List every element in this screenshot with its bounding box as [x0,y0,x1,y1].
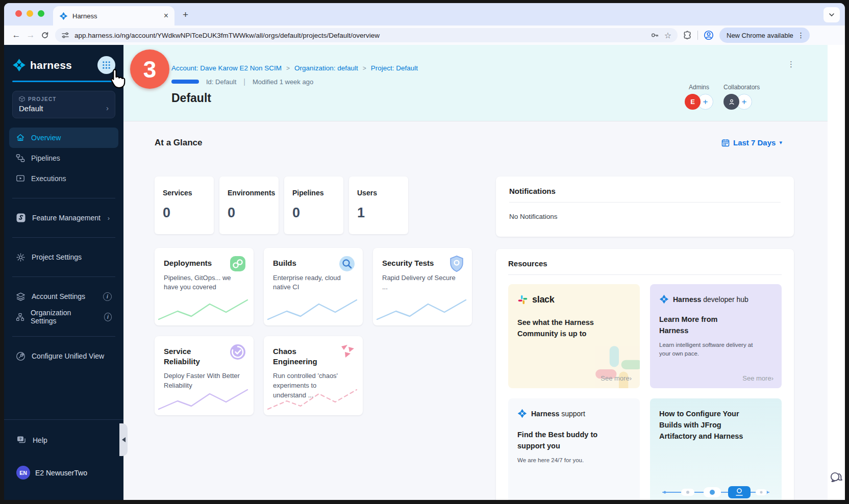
reload-icon [41,31,49,39]
module-card-chaos-engineering[interactable]: Chaos Engineering Run controlled 'chaos'… [264,336,363,415]
sidebar-item-organization-settings[interactable]: Organization Settings i [4,307,123,327]
org-settings-icon [16,312,24,322]
project-name: Default [19,104,109,113]
stat-card-users[interactable]: Users 1 [349,177,408,234]
tab-close-icon[interactable]: × [164,12,168,20]
info-icon[interactable]: i [104,313,112,321]
harness-logo-icon [12,58,26,72]
stat-label: Environments [228,189,270,197]
sidebar-item-configure-unified-view[interactable]: Configure Unified View [4,346,123,366]
builds-icon [338,255,356,274]
site-info-icon[interactable] [61,31,69,39]
service-reliability-icon [229,343,246,363]
modified-timestamp: Modified 1 week ago [253,78,313,86]
resource-subtext: We are here 24/7 for you. [517,456,614,465]
stat-card-services[interactable]: Services 0 [155,177,214,234]
stat-card-pipelines[interactable]: Pipelines 0 [284,177,343,234]
sidebar-item-label: Executions [31,174,66,183]
see-more-link[interactable]: See more› [742,374,773,382]
stat-card-environments[interactable]: Environments 0 [219,177,279,234]
admins-group: Admins E + [685,84,713,110]
module-card-service-reliability[interactable]: Service Reliability Deploy Faster With B… [155,336,254,415]
password-key-icon[interactable] [650,31,659,40]
slack-brand-name: slack [532,294,555,305]
admin-avatar[interactable]: E [685,94,701,110]
breadcrumb: Account: Dave Karow E2 Non SCIM > Organi… [171,64,828,72]
slack-icon [517,294,528,305]
trend-sparkline [373,294,472,323]
new-tab-button[interactable]: + [183,9,188,20]
chevron-right-icon: › [108,214,110,222]
sidebar-item-project-settings[interactable]: Project Settings [4,247,123,267]
stat-label: Users [357,189,400,197]
cursor-pointer-icon [105,66,129,90]
wrench-icon [16,351,26,361]
info-icon[interactable]: i [103,292,112,301]
back-button[interactable]: ← [9,30,23,40]
sidebar-item-label: Organization Settings [31,309,92,325]
cube-icon [19,96,25,102]
maximize-window-button[interactable] [38,10,44,17]
resource-tile-slack[interactable]: slack See what the Harness Community is … [508,284,640,388]
reload-button[interactable] [38,31,52,39]
module-card-builds[interactable]: Builds Enterprise ready, cloud native CI [264,248,363,325]
resource-tile-support[interactable]: Harness support Find the Best buddy to s… [508,398,640,500]
url-text[interactable]: app.harness.io/ng/account/YWdkwNPiTceDUK… [74,32,645,39]
executions-icon [16,174,25,183]
collaborator-avatar[interactable] [723,94,739,110]
module-card-security-tests[interactable]: Security Tests Rapid Delivery of Secure … [373,248,472,325]
close-window-button[interactable] [15,10,22,17]
url-bar[interactable]: app.harness.io/ng/account/YWdkwNPiTceDUK… [55,28,678,42]
feature-management-icon [16,213,26,223]
sidebar-item-label: Help [33,436,47,444]
harness-logo-icon [659,294,669,304]
sidebar-item-label: Overview [31,134,61,142]
sidebar-footer: ? Help EN E2 NewuserTwo [4,419,123,500]
date-range-picker[interactable]: Last 7 Days ▾ [721,138,782,147]
sidebar-item-label: Configure Unified View [32,352,104,360]
user-menu[interactable]: EN E2 NewuserTwo [16,466,111,480]
resources-panel: Resources slack See what the Harness Com… [496,249,794,500]
sidebar-item-pipelines[interactable]: Pipelines [9,148,118,168]
sidebar-item-executions[interactable]: Executions [9,168,118,189]
sidebar-item-feature-management[interactable]: Feature Management › [4,208,123,228]
brand-rest: developer hub [703,295,748,304]
breadcrumb-account[interactable]: Account: Dave Karow E2 Non SCIM [171,64,282,72]
traffic-lights[interactable] [15,10,44,17]
breadcrumb-separator-icon: > [286,65,290,72]
pipeline-illustration [661,482,771,499]
tab-title: Harness [72,12,159,20]
divider: | [243,78,245,86]
see-more-link[interactable]: See more› [601,374,632,382]
help-chat-widget[interactable] [829,471,843,487]
sidebar-item-account-settings[interactable]: Account Settings i [4,286,123,307]
resource-tile-developer-hub[interactable]: Harness developer hub Learn More from Ha… [650,284,782,388]
resource-heading: How to Configure Your Builds with JFrog … [659,409,756,442]
extensions-icon[interactable] [683,31,692,40]
stat-value: 0 [163,205,206,221]
user-name: E2 NewuserTwo [35,469,87,477]
notifications-panel: Notifications No Notifications [496,177,794,237]
browser-menu-icon[interactable]: ⋮ [797,31,805,39]
profile-icon[interactable] [703,30,714,41]
notifications-title: Notifications [509,187,781,203]
resource-tile-jfrog[interactable]: How to Configure Your Builds with JFrog … [650,398,782,500]
collapse-arrow-icon [122,437,126,442]
header-menu-icon[interactable]: ⋮ [787,60,795,68]
browser-tab[interactable]: Harness × [53,6,174,26]
divider [12,198,115,198]
trend-sparkline [155,294,254,323]
sidebar-item-overview[interactable]: Overview [9,128,118,148]
module-card-deployments[interactable]: Deployments Pipelines, GitOps... we have… [155,248,254,325]
minimize-window-button[interactable] [27,10,33,17]
page-header: Account: Dave Karow E2 Non SCIM > Organi… [123,45,828,121]
tab-search-button[interactable] [823,7,840,22]
sidebar-item-help[interactable]: ? Help [16,430,111,450]
breadcrumb-organization[interactable]: Organization: default [294,64,358,72]
chrome-update-pill[interactable]: New Chrome available ⋮ [719,28,810,43]
bookmark-star-icon[interactable]: ☆ [664,31,671,40]
project-selector[interactable]: PROJECT Default › [12,91,115,118]
breadcrumb-project[interactable]: Project: Default [371,64,418,72]
brand-bold: Harness [673,295,701,304]
sidebar-collapse-handle[interactable] [119,423,128,456]
